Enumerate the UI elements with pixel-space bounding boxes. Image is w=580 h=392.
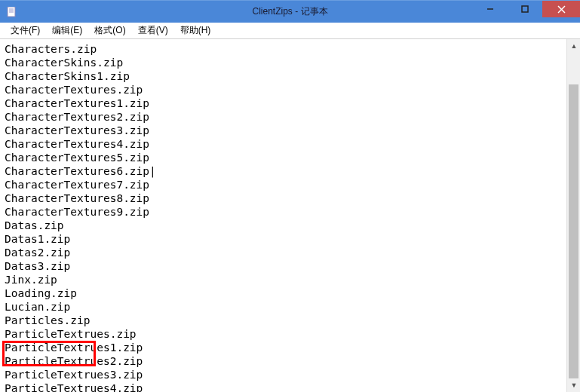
maximize-button[interactable]: [508, 1, 542, 17]
text-line: CharacterTextures.zip: [5, 83, 565, 96]
text-line: CharacterTextures9.zip: [5, 205, 565, 219]
text-line: ParticleTextrues3.zip: [5, 368, 565, 381]
content-area: Characters.zipCharacterSkins.zipCharacte…: [0, 39, 580, 392]
titlebar: ClientZips - 记事本: [0, 0, 580, 23]
text-line: Datas2.zip: [5, 246, 565, 259]
text-line: CharacterTextures2.zip: [5, 110, 565, 124]
close-button[interactable]: [542, 1, 580, 17]
text-line: Particles.zip: [5, 314, 565, 327]
menu-help[interactable]: 帮助(H): [174, 23, 217, 38]
scroll-down-arrow[interactable]: ▼: [567, 378, 580, 392]
text-line: CharacterTextures4.zip: [5, 137, 565, 151]
svg-rect-5: [522, 6, 528, 12]
window-title: ClientZips - 记事本: [252, 5, 327, 18]
text-line: CharacterTextures1.zip: [5, 96, 565, 110]
text-line: CharacterTextures3.zip: [5, 124, 565, 137]
window-controls: [473, 1, 580, 23]
text-line: CharacterTextures6.zip|: [5, 164, 565, 178]
scroll-thumb[interactable]: [569, 84, 578, 378]
text-line: ParticleTextrues2.zip: [5, 354, 565, 368]
menu-format[interactable]: 格式(O): [88, 23, 131, 38]
text-line: CharacterTextures7.zip: [5, 178, 565, 191]
text-line: Characters.zip: [5, 42, 565, 56]
text-line: ParticleTextrues4.zip: [5, 381, 565, 392]
menubar: 文件(F) 编辑(E) 格式(O) 查看(V) 帮助(H): [0, 23, 580, 39]
text-line: Datas1.zip: [5, 232, 565, 246]
text-editor[interactable]: Characters.zipCharacterSkins.zipCharacte…: [0, 39, 566, 392]
minimize-button[interactable]: [473, 1, 508, 17]
text-line: Lucian.zip: [5, 300, 565, 314]
text-line: Datas3.zip: [5, 259, 565, 273]
notepad-icon: [6, 6, 18, 18]
text-line: CharacterSkins.zip: [5, 56, 565, 69]
text-line: Loading.zip: [5, 286, 565, 300]
scroll-up-arrow[interactable]: ▲: [567, 39, 580, 53]
menu-file[interactable]: 文件(F): [5, 23, 46, 38]
text-line: CharacterTextures8.zip: [5, 191, 565, 205]
menu-edit[interactable]: 编辑(E): [46, 23, 88, 38]
text-line: CharacterTextures5.zip: [5, 151, 565, 164]
text-line: CharacterSkins1.zip: [5, 69, 565, 83]
text-line: Datas.zip: [5, 219, 565, 232]
text-line: ParticleTextrues.zip: [5, 327, 565, 341]
text-line: Jinx.zip: [5, 273, 565, 286]
menu-view[interactable]: 查看(V): [132, 23, 174, 38]
text-line: ParticleTextrues1.zip: [5, 341, 565, 354]
vertical-scrollbar[interactable]: ▲ ▼: [566, 39, 580, 392]
